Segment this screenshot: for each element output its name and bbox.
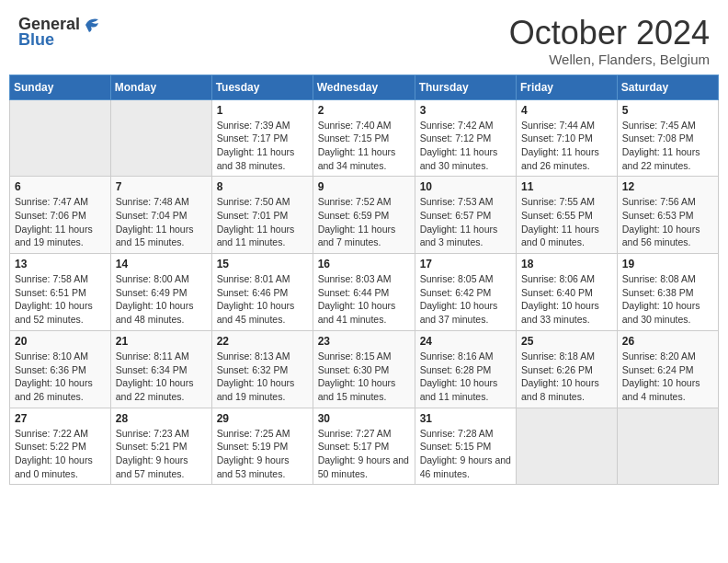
- day-info: Sunrise: 8:13 AMSunset: 6:32 PMDaylight:…: [217, 350, 308, 404]
- sunrise-label: Sunrise:: [420, 350, 458, 362]
- sunrise-label: Sunrise:: [318, 428, 356, 439]
- day-info: Sunrise: 7:55 AMSunset: 6:55 PMDaylight:…: [521, 195, 612, 249]
- day-info: Sunrise: 8:20 AMSunset: 6:24 PMDaylight:…: [622, 350, 713, 404]
- sunset-value: 7:06 PM: [51, 210, 86, 221]
- sunset-value: 7:10 PM: [557, 132, 593, 144]
- calendar-cell: 8Sunrise: 7:50 AMSunset: 7:01 PMDaylight…: [211, 177, 313, 254]
- sunrise-label: Sunrise:: [217, 273, 255, 284]
- sunset-value: 7:17 PM: [252, 132, 288, 144]
- sunset-value: 7:15 PM: [353, 132, 389, 144]
- sunrise-value: 7:50 AM: [255, 196, 290, 207]
- sunrise-value: 7:23 AM: [154, 428, 189, 439]
- daylight-label: Daylight:: [622, 377, 663, 388]
- daylight-label: Daylight:: [217, 377, 257, 388]
- calendar-header-row: SundayMondayTuesdayWednesdayThursdayFrid…: [10, 75, 719, 99]
- sunrise-value: 7:40 AM: [356, 120, 392, 131]
- day-info: Sunrise: 8:00 AMSunset: 6:49 PMDaylight:…: [116, 272, 207, 327]
- daylight-label: Daylight:: [217, 300, 257, 311]
- sunrise-label: Sunrise:: [622, 273, 660, 284]
- day-info: Sunrise: 7:47 AMSunset: 7:06 PMDaylight:…: [15, 195, 106, 249]
- logo-bird-icon: [82, 16, 102, 34]
- calendar-cell: [10, 99, 111, 177]
- calendar-cell: 29Sunrise: 7:25 AMSunset: 5:19 PMDayligh…: [211, 408, 313, 485]
- sunset-value: 6:28 PM: [455, 364, 491, 375]
- sunset-label: Sunset:: [622, 364, 658, 375]
- logo-blue: Blue: [18, 30, 54, 50]
- daylight-label: Daylight:: [15, 377, 55, 388]
- sunset-label: Sunset:: [15, 287, 51, 298]
- sunrise-label: Sunrise:: [217, 350, 255, 362]
- day-number: 22: [217, 335, 308, 348]
- calendar-cell: 18Sunrise: 8:06 AMSunset: 6:40 PMDayligh…: [517, 254, 618, 331]
- day-info: Sunrise: 7:58 AMSunset: 6:51 PMDaylight:…: [15, 272, 106, 327]
- sunset-value: 7:08 PM: [657, 132, 693, 144]
- sunrise-value: 7:48 AM: [154, 196, 189, 207]
- sunrise-value: 8:11 AM: [154, 350, 189, 362]
- calendar-cell: 9Sunrise: 7:52 AMSunset: 6:59 PMDaylight…: [313, 177, 415, 254]
- sunset-value: 6:42 PM: [455, 287, 491, 298]
- sunrise-label: Sunrise:: [217, 120, 255, 131]
- sunset-label: Sunset:: [217, 287, 253, 298]
- sunrise-label: Sunrise:: [420, 196, 458, 207]
- sunrise-value: 8:05 AM: [458, 273, 494, 284]
- sunset-value: 6:38 PM: [657, 287, 693, 298]
- sunrise-label: Sunrise:: [318, 196, 356, 207]
- sunrise-label: Sunrise:: [521, 273, 559, 284]
- sunrise-value: 7:58 AM: [52, 273, 88, 284]
- day-number: 10: [420, 180, 511, 193]
- daylight-label: Daylight:: [217, 224, 257, 235]
- sunrise-value: 8:00 AM: [154, 273, 189, 284]
- sunrise-label: Sunrise:: [15, 350, 52, 362]
- sunset-label: Sunset:: [116, 287, 152, 298]
- daylight-label: Daylight:: [318, 377, 358, 388]
- daylight-label: Daylight:: [521, 224, 562, 235]
- daylight-label: Daylight:: [521, 377, 562, 388]
- sunrise-label: Sunrise:: [622, 350, 660, 362]
- page-header: General Blue October 2024 Wellen, Flande…: [9, 9, 719, 67]
- sunrise-value: 7:45 AM: [660, 120, 696, 131]
- calendar-cell: 15Sunrise: 8:01 AMSunset: 6:46 PMDayligh…: [211, 254, 313, 331]
- day-number: 4: [521, 104, 612, 117]
- sunrise-value: 7:39 AM: [255, 120, 290, 131]
- sunrise-value: 8:06 AM: [559, 273, 595, 284]
- calendar-cell: 4Sunrise: 7:44 AMSunset: 7:10 PMDaylight…: [517, 99, 618, 177]
- daylight-label: Daylight:: [217, 454, 257, 465]
- sunset-label: Sunset:: [420, 210, 456, 221]
- daylight-label: Daylight:: [420, 300, 461, 311]
- sunrise-label: Sunrise:: [521, 196, 559, 207]
- daylight-label: Daylight:: [622, 224, 663, 235]
- sunset-label: Sunset:: [318, 132, 354, 144]
- sunset-label: Sunset:: [521, 132, 557, 144]
- day-number: 15: [217, 258, 308, 270]
- calendar-cell: 19Sunrise: 8:08 AMSunset: 6:38 PMDayligh…: [617, 254, 718, 331]
- day-number: 21: [116, 335, 207, 348]
- day-number: 3: [420, 104, 511, 117]
- calendar-cell: 10Sunrise: 7:53 AMSunset: 6:57 PMDayligh…: [415, 177, 516, 254]
- day-info: Sunrise: 7:56 AMSunset: 6:53 PMDaylight:…: [622, 195, 713, 249]
- sunrise-label: Sunrise:: [622, 120, 660, 131]
- day-number: 12: [622, 180, 713, 193]
- sunrise-label: Sunrise:: [15, 428, 52, 439]
- sunrise-value: 7:42 AM: [458, 120, 494, 131]
- calendar-cell: 20Sunrise: 8:10 AMSunset: 6:36 PMDayligh…: [10, 330, 111, 408]
- day-info: Sunrise: 7:48 AMSunset: 7:04 PMDaylight:…: [116, 195, 207, 249]
- day-number: 18: [521, 258, 612, 270]
- sunset-label: Sunset:: [116, 441, 152, 452]
- daylight-label: Daylight:: [622, 300, 663, 311]
- daylight-label: Daylight:: [116, 300, 156, 311]
- day-number: 9: [318, 180, 410, 193]
- day-info: Sunrise: 7:28 AMSunset: 5:15 PMDaylight:…: [420, 427, 511, 481]
- calendar-table: SundayMondayTuesdayWednesdayThursdayFrid…: [9, 75, 719, 486]
- sunrise-value: 7:56 AM: [660, 196, 696, 207]
- weekday-header-saturday: Saturday: [617, 75, 718, 99]
- day-number: 17: [420, 258, 511, 270]
- day-number: 19: [622, 258, 713, 270]
- sunrise-value: 7:44 AM: [559, 120, 595, 131]
- calendar-week-row: 1Sunrise: 7:39 AMSunset: 7:17 PMDaylight…: [10, 99, 719, 177]
- sunset-value: 6:32 PM: [252, 364, 288, 375]
- sunset-value: 5:21 PM: [151, 441, 187, 452]
- day-info: Sunrise: 8:18 AMSunset: 6:26 PMDaylight:…: [521, 350, 612, 404]
- day-number: 8: [217, 180, 308, 193]
- sunset-label: Sunset:: [622, 132, 658, 144]
- sunset-value: 6:34 PM: [151, 364, 187, 375]
